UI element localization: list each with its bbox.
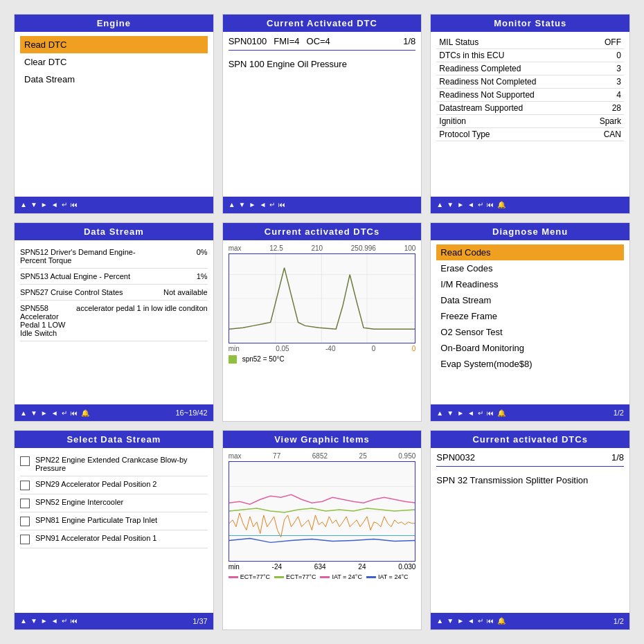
engine-item-read-dtc[interactable]: Read DTC <box>20 36 208 53</box>
btn-left[interactable]: ◄ <box>51 201 58 208</box>
legend-text-4: IAT = 24°C <box>378 573 409 580</box>
btn-up[interactable]: ▲ <box>20 617 27 625</box>
view-graphic-panel: View Graphic Items max 77 6852 25 0.950 <box>222 430 422 630</box>
btn-bell[interactable]: 🔔 <box>497 409 506 417</box>
checkbox[interactable] <box>20 481 30 490</box>
btn-up[interactable]: ▲ <box>436 201 443 208</box>
btn-right[interactable]: ► <box>457 409 464 417</box>
current-dtc-body: SPN0100 FMI=4 OC=4 1/8 SPN 100 Engine Oi… <box>223 32 422 197</box>
btn-left[interactable]: ◄ <box>51 617 58 625</box>
btn-left[interactable]: ◄ <box>467 617 474 625</box>
btn-up[interactable]: ▲ <box>436 409 443 417</box>
monitor-label: Readiness Not Completed <box>436 75 584 89</box>
btn-home[interactable]: ⏮ <box>71 409 78 417</box>
btn-enter[interactable]: ↵ <box>62 617 67 625</box>
stream-row: SPN558 Accelerator Pedal 1 LOW Idle Swit… <box>20 301 208 341</box>
btn-left[interactable]: ◄ <box>51 409 58 417</box>
diagnose-item[interactable]: Data Stream <box>436 292 624 308</box>
diagnose-item[interactable]: Freeze Frame <box>436 308 624 324</box>
btn-enter[interactable]: ↵ <box>62 201 67 208</box>
current-dtc-panel: Current Activated DTC SPN0100 FMI=4 OC=4… <box>222 14 422 214</box>
diagnose-footer: ▲ ▼ ► ◄ ↵ ⏮ 🔔 1/2 <box>431 404 629 421</box>
data-stream-header: Data Stream <box>15 223 213 240</box>
btn-right[interactable]: ► <box>41 409 48 417</box>
diagnose-item[interactable]: O2 Sensor Test <box>436 324 624 340</box>
btn-enter[interactable]: ↵ <box>478 617 483 625</box>
btn-bell[interactable]: 🔔 <box>497 617 506 625</box>
btn-right[interactable]: ► <box>457 201 464 208</box>
btn-home[interactable]: ⏮ <box>71 617 78 625</box>
btn-up[interactable]: ▲ <box>20 409 27 417</box>
dtc-description: SPN 100 Engine Oil Pressure <box>229 56 416 72</box>
btn-right[interactable]: ► <box>41 617 48 625</box>
btn-down[interactable]: ▼ <box>447 201 454 208</box>
diagnose-item[interactable]: Erase Codes <box>436 260 624 276</box>
dtc2-description: SPN 32 Transmission Splitter Position <box>436 472 624 488</box>
dtc-count: 1/8 <box>403 36 415 46</box>
btn-up[interactable]: ▲ <box>229 201 235 208</box>
btn-enter[interactable]: ↵ <box>478 409 483 417</box>
vgi-top-4: 0.950 <box>398 452 415 460</box>
checkbox[interactable] <box>20 456 30 466</box>
btn-home[interactable]: ⏮ <box>487 201 494 208</box>
btn-left[interactable]: ◄ <box>259 201 266 208</box>
select-stream-body: SPN22 Engine Extended Crankcase Blow-by … <box>15 448 213 613</box>
monitor-value: 28 <box>584 102 624 115</box>
btn-up[interactable]: ▲ <box>436 617 443 625</box>
stream-label: SPN512 Driver's Demand Engine- Percent T… <box>20 248 156 265</box>
diagnose-item[interactable]: On-Board Monitoring <box>436 340 624 356</box>
view-graphic-header: View Graphic Items <box>223 431 422 448</box>
dtc2-spn: SPN0032 <box>436 452 475 463</box>
btn-right[interactable]: ► <box>249 201 256 208</box>
engine-item-data-stream[interactable]: Data Stream <box>20 71 208 88</box>
select-label: SPN91 Accelerator Pedal Position 1 <box>35 534 157 542</box>
btn-home[interactable]: ⏮ <box>278 201 285 208</box>
vgi-bottom-1: -24 <box>272 563 282 571</box>
monitor-value: Spark <box>584 115 624 128</box>
btn-down[interactable]: ▼ <box>239 201 246 208</box>
btn-down[interactable]: ▼ <box>447 617 454 625</box>
current-dtc-header: Current Activated DTC <box>223 15 422 32</box>
select-row: SPN29 Accelerator Pedal Position 2 <box>20 476 208 494</box>
btn-enter[interactable]: ↵ <box>269 201 275 208</box>
engine-item-clear-dtc[interactable]: Clear DTC <box>20 53 208 71</box>
btn-right[interactable]: ► <box>41 201 48 208</box>
legend-color-3 <box>320 576 330 578</box>
stream-value: 1% <box>159 272 208 280</box>
checkbox[interactable] <box>20 499 30 508</box>
monitor-label: Datastream Supported <box>436 102 584 115</box>
select-row: SPN52 Engine Intercooler <box>20 494 208 512</box>
btn-down[interactable]: ▼ <box>447 409 454 417</box>
btn-down[interactable]: ▼ <box>30 409 37 417</box>
legend-color <box>229 355 237 364</box>
diagnose-item[interactable]: I/M Readiness <box>436 276 624 292</box>
monitor-table: MIL StatusOFFDTCs in this ECU0Readiness … <box>436 36 624 141</box>
checkbox[interactable] <box>20 535 30 544</box>
dtc2-body: SPN0032 1/8 SPN 32 Transmission Splitter… <box>431 448 629 613</box>
btn-enter[interactable]: ↵ <box>62 409 67 417</box>
checkbox[interactable] <box>20 517 30 526</box>
page-info: 1/37 <box>193 617 207 625</box>
btn-down[interactable]: ▼ <box>30 617 37 625</box>
btn-enter[interactable]: ↵ <box>478 201 483 208</box>
legend-label: spn52 = 50°C <box>242 355 285 363</box>
btn-down[interactable]: ▼ <box>30 201 37 208</box>
btn-right[interactable]: ► <box>457 617 464 625</box>
btn-bell[interactable]: 🔔 <box>497 201 506 208</box>
btn-left[interactable]: ◄ <box>467 201 474 208</box>
btn-home[interactable]: ⏮ <box>487 617 494 625</box>
stream-value: Not available <box>159 288 208 296</box>
diagnose-header: Diagnose Menu <box>431 223 629 240</box>
btn-home[interactable]: ⏮ <box>487 409 494 417</box>
btn-left[interactable]: ◄ <box>467 409 474 417</box>
diagnose-item[interactable]: Read Codes <box>436 244 624 260</box>
btn-bell[interactable]: 🔔 <box>81 409 89 417</box>
diagnose-item[interactable]: Evap System(mode$8) <box>436 356 624 372</box>
btn-home[interactable]: ⏮ <box>71 201 78 208</box>
vgi-legend: ECT=77°C ECT=77°C IAT = 24°C IAT = 24°C <box>229 573 416 580</box>
chart-svg-container <box>229 253 416 343</box>
vgi-top-max: max <box>229 452 242 460</box>
monitor-label: Readiness Completed <box>436 62 584 75</box>
btn-up[interactable]: ▲ <box>20 201 27 208</box>
main-grid: Engine Read DTC Clear DTC Data Stream ▲ … <box>0 0 644 644</box>
